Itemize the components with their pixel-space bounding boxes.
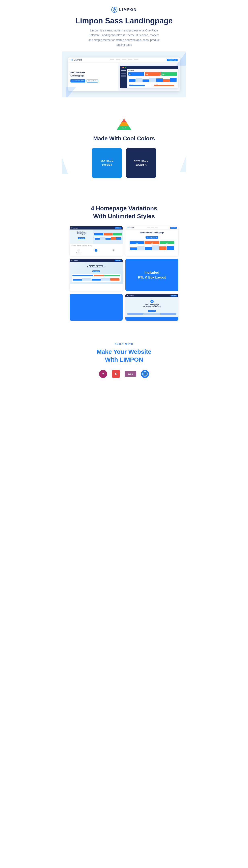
feature-icon xyxy=(77,249,80,252)
dashboard-sidebar xyxy=(120,69,127,88)
mini-bar xyxy=(95,238,100,240)
mockup-navbar: LIMPON FREE TRIAL xyxy=(68,58,180,63)
mockup-nav-link xyxy=(116,60,120,60)
color-hex: 1A2B5A xyxy=(136,163,147,166)
var2-nav-links xyxy=(147,227,157,228)
var2-chart xyxy=(130,245,174,250)
sidebar-item xyxy=(121,75,126,75)
card-label: DASH xyxy=(129,72,143,73)
mini-cta-5: FREE TRIAL xyxy=(171,294,177,297)
built-title-accent: LIMPON xyxy=(119,356,143,363)
variation-card-4-cont xyxy=(70,294,122,321)
feature-item: Best FeaturesEver Seen xyxy=(71,249,86,254)
card-label: MAIL xyxy=(146,72,160,73)
mockup-nav-links xyxy=(110,60,139,60)
blue-card-subtitle: RTL & Box Layout xyxy=(138,276,166,279)
mini-hero-right xyxy=(94,229,122,244)
mockup-nav-link xyxy=(110,60,114,60)
mini-bar xyxy=(100,237,105,240)
mini-logo-3: LIMPON xyxy=(71,259,78,261)
deco-tri-top-right xyxy=(176,52,186,66)
mini-cta-3: FREE TRIAL xyxy=(115,259,121,261)
mini-features: Best FeaturesEver Seen ✦ ⚙ xyxy=(70,247,122,256)
svg-point-24 xyxy=(152,301,152,302)
mockup-cta-buttons: GET STARTED NOW LEARN MORE xyxy=(70,79,116,83)
dashboard-cards: DASH 121 MAIL 867 PROG 83% xyxy=(128,72,177,75)
chart-bar xyxy=(149,78,156,82)
mockup-nav-link xyxy=(122,60,127,60)
plugin-woocommerce: Woo xyxy=(125,370,137,378)
feature-icon: ✦ xyxy=(95,249,98,252)
var2-dash-cards: DASH 121 MAIL 867 PROG 83% xyxy=(130,241,174,244)
blue-card-title: Included xyxy=(144,271,159,275)
built-title-line2-plain: With xyxy=(105,356,119,363)
chart-bar xyxy=(129,79,136,82)
svg-point-22 xyxy=(127,295,128,296)
mini-card xyxy=(104,233,112,235)
revolution-icon: ↻ xyxy=(111,369,120,378)
sidebar-item xyxy=(121,71,126,72)
dot-green xyxy=(125,67,126,68)
logo-text: LIMPON xyxy=(119,8,137,12)
dashboard-card-orange: MAIL 867 xyxy=(145,72,161,75)
feature-icon: ⚙ xyxy=(112,249,115,252)
mini-nav: LIMPON FREE TRIAL xyxy=(70,226,122,229)
chart-bar xyxy=(163,79,170,82)
variation-card-1: LIMPON FREE TRIAL Best SoftwareLandingpa… xyxy=(70,226,122,256)
mockup-body: Best SoftwareLandingpage GET STARTED NOW… xyxy=(68,63,180,91)
pyramid-icon xyxy=(66,115,182,131)
mini-bar xyxy=(111,237,116,240)
var3-inner-mockup xyxy=(72,274,120,282)
mini-mockup-5: LIMPON FREE TRIAL Best LandingpageFor So… xyxy=(126,294,178,321)
stat-bar xyxy=(154,85,174,86)
chart-bar xyxy=(156,79,163,82)
mini-hero-title: Best SoftwareLandingpage xyxy=(71,231,92,235)
plugin-wpml xyxy=(141,369,149,378)
variations-title: 4 Homepage VariationsWith Unlimited Styl… xyxy=(66,204,182,220)
mini-bar xyxy=(116,237,121,240)
hero-mockup-frame: LIMPON FREE TRIAL Best SoftwareLandingpa… xyxy=(68,58,180,91)
main-title: Limpon Sass Landingpage xyxy=(66,17,182,25)
mockup-hero-right: Overview DASH 121 MAIL 867 xyxy=(118,63,180,91)
main-subtitle: Limpon is a clean, modern and profession… xyxy=(88,28,160,48)
secondary-stat: Daily Traffic xyxy=(128,83,152,87)
dashboard-main: Overview DASH 121 MAIL 867 xyxy=(127,69,178,88)
feature-item: ✦ xyxy=(88,249,104,254)
mini-cards xyxy=(94,233,122,235)
svg-text:Y: Y xyxy=(102,372,104,376)
svg-point-12 xyxy=(122,128,123,128)
logo-item: Hapsz xyxy=(77,245,81,246)
var2-hero: Best Software Landingpage GET STARTED NO… xyxy=(126,230,178,254)
mini-logo-5: LIMPON xyxy=(127,294,134,297)
svg-point-16 xyxy=(71,227,72,228)
mini-cta: GET STARTED xyxy=(78,237,85,239)
variation-card-2: LIMPON FREE TRIAL Best Software Landingp… xyxy=(126,226,178,256)
svg-point-14 xyxy=(125,128,125,128)
wpml-icon xyxy=(141,369,149,378)
dashboard-topbar xyxy=(120,66,178,69)
plugin-revolution: ↻ xyxy=(111,369,120,378)
var4-hero: Best LandingpageFor Software Promotion G… xyxy=(126,297,178,317)
var2-dashboard: DASH 121 MAIL 867 PROG 83% xyxy=(129,240,175,251)
card-num: 867 xyxy=(146,73,160,75)
variations-row2: LIMPON FREE TRIAL Best LandingpageFor So… xyxy=(70,294,178,321)
svg-text:↻: ↻ xyxy=(114,372,117,376)
svg-point-6 xyxy=(71,60,72,60)
chart-bar xyxy=(136,78,142,82)
built-with-label: BUILT WITH xyxy=(66,343,182,345)
mockup-hero-title: Best SoftwareLandingpage xyxy=(70,71,116,77)
mockup-hero-left: Best SoftwareLandingpage GET STARTED NOW… xyxy=(68,63,118,91)
var3-title: Best LandingpageFor Software Promotion xyxy=(72,264,120,268)
sidebar-item xyxy=(121,73,126,74)
variation-card-blue: Included RTL & Box Layout xyxy=(126,259,178,291)
mini-hero-left: Best SoftwareLandingpage GET STARTED xyxy=(70,229,94,244)
variations-grid: LIMPON FREE TRIAL Best SoftwareLandingpa… xyxy=(70,226,178,291)
colors-section-title: Made With Cool Colors xyxy=(66,135,182,142)
card-num: 83% xyxy=(162,73,176,75)
color-hex: 1088E4 xyxy=(102,163,112,166)
mini-nav-5: LIMPON FREE TRIAL xyxy=(126,294,178,297)
dashboard-card-green: PROG 83% xyxy=(161,72,177,75)
var4-cta: GET STARTED xyxy=(148,310,156,312)
card-num: 121 xyxy=(129,73,143,75)
svg-text:Woo: Woo xyxy=(128,373,133,375)
